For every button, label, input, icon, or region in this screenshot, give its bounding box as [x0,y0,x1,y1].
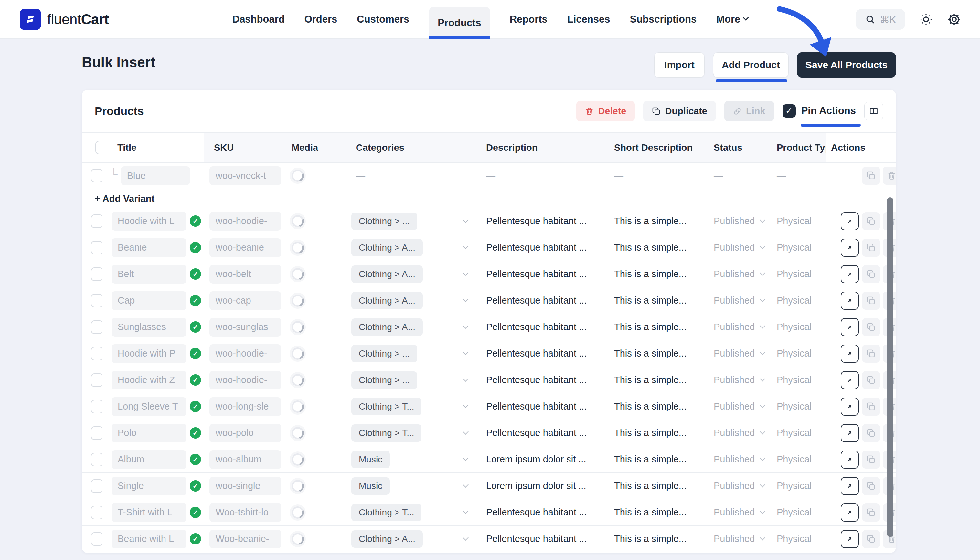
cell-short-description[interactable]: This is a simple... [604,473,704,499]
theme-toggle-button[interactable] [919,13,933,26]
cell-short-description[interactable]: This is a simple... [604,208,704,235]
category-tag[interactable]: Clothing > ... [351,372,417,389]
sku-input[interactable]: woo-album [209,450,281,469]
cell-short-description[interactable]: This is a simple... [604,314,704,340]
cell-short-description[interactable]: This is a simple... [604,446,704,473]
row-checkbox[interactable] [91,241,102,255]
nav-item-products[interactable]: Products [429,7,490,39]
cell-status[interactable]: Published [704,446,767,473]
duplicate-row-button[interactable] [862,167,880,185]
cell-description[interactable]: — [477,163,604,189]
nav-item-orders[interactable]: Orders [304,0,338,39]
sku-input[interactable]: woo-long-sle [209,397,281,416]
search-button[interactable]: ⌘K [856,9,905,30]
open-product-button[interactable] [841,450,859,468]
category-tag[interactable]: Clothing > A... [351,318,423,336]
cell-short-description[interactable]: This is a simple... [604,340,704,367]
open-product-button[interactable] [841,239,859,257]
link-button-disabled[interactable]: Link [724,101,774,122]
title-input[interactable]: Long Sleeve T [112,397,187,416]
sku-input[interactable]: woo-single [209,477,281,495]
open-product-button[interactable] [841,424,859,442]
cell-status[interactable]: Published [704,526,767,552]
category-tag[interactable]: Clothing > ... [351,213,417,230]
sku-input[interactable]: woo-hoodie- [209,371,281,390]
row-checkbox[interactable] [91,479,102,493]
sku-input[interactable]: woo-sunglas [209,318,281,337]
sku-input[interactable]: woo-belt [209,265,281,283]
cell-categories[interactable]: Clothing > A... [346,526,477,552]
row-checkbox[interactable] [91,426,102,440]
cell-status[interactable]: Published [704,314,767,340]
duplicate-row-button[interactable] [862,503,880,522]
row-checkbox[interactable] [91,400,102,413]
title-input[interactable]: Single [112,477,187,495]
row-checkbox[interactable] [91,320,102,334]
cell-description[interactable]: Pellentesque habitant ... [477,314,604,340]
row-checkbox[interactable] [91,267,102,281]
open-product-button[interactable] [841,265,859,283]
open-product-button[interactable] [841,212,859,230]
cell-status[interactable]: Published [704,261,767,287]
cell-description[interactable]: Pellentesque habitant ... [477,367,604,393]
cell-status[interactable]: Published [704,499,767,526]
add-product-button[interactable]: Add Product [713,52,789,78]
row-checkbox[interactable] [91,532,102,546]
category-tag[interactable]: Clothing > A... [351,265,423,283]
title-input[interactable]: Belt [112,265,187,283]
open-product-button[interactable] [841,292,859,310]
cell-status[interactable]: Published [704,340,767,367]
category-tag[interactable]: Clothing > T... [351,398,421,415]
title-input[interactable]: Cap [112,291,187,310]
open-product-button[interactable] [841,371,859,389]
open-product-button[interactable] [841,477,859,495]
sku-input[interactable]: Woo-tshirt-lo [209,503,281,522]
category-tag[interactable]: Clothing > T... [351,504,421,521]
cell-categories[interactable]: Clothing > A... [346,261,477,287]
nav-item-subscriptions[interactable]: Subscriptions [630,0,697,39]
sku-input[interactable]: woo-hoodie- [209,212,281,231]
cell-status[interactable]: Published [704,367,767,393]
cell-status[interactable]: — [704,163,767,189]
cell-short-description[interactable]: This is a simple... [604,367,704,393]
cell-categories[interactable]: Clothing > T... [346,420,477,446]
cell-categories[interactable]: Clothing > ... [346,340,477,367]
open-product-button[interactable] [841,503,859,522]
cell-description[interactable]: Pellentesque habitant ... [477,393,604,420]
category-tag[interactable]: Clothing > A... [351,530,423,548]
sku-input[interactable]: woo-cap [209,291,281,310]
duplicate-row-button[interactable] [862,239,880,257]
nav-item-more[interactable]: More [716,0,748,39]
open-product-button[interactable] [841,398,859,416]
cell-short-description[interactable]: This is a simple... [604,393,704,420]
title-input[interactable]: Beanie with L [112,530,187,548]
cell-description[interactable]: Pellentesque habitant ... [477,235,604,261]
title-input[interactable]: T-Shirt with L [112,503,187,522]
category-tag[interactable]: Clothing > ... [351,345,417,362]
title-input[interactable]: Album [112,450,187,469]
cell-short-description[interactable]: This is a simple... [604,420,704,446]
open-product-button[interactable] [841,345,859,363]
row-checkbox[interactable] [91,347,102,360]
nav-item-licenses[interactable]: Licenses [567,0,610,39]
sku-input[interactable]: Woo-beanie- [209,530,281,548]
delete-button[interactable]: Delete [576,101,635,122]
sku-input[interactable]: woo-beanie [209,238,281,257]
cell-status[interactable]: Published [704,420,767,446]
cell-description[interactable]: Pellentesque habitant ... [477,287,604,314]
import-button[interactable]: Import [654,52,705,78]
settings-button[interactable] [947,12,961,27]
cell-categories[interactable]: Clothing > A... [346,314,477,340]
title-input[interactable]: Hoodie with P [112,344,187,363]
category-tag[interactable]: Music [351,477,390,495]
category-tag[interactable]: Clothing > A... [351,239,423,257]
open-product-button[interactable] [841,318,859,336]
open-product-button[interactable] [841,530,859,548]
cell-status[interactable]: Published [704,208,767,235]
cell-categories[interactable]: Clothing > A... [346,235,477,261]
title-input[interactable]: Sunglasses [112,318,187,337]
docs-button[interactable] [864,102,883,120]
cell-categories[interactable]: Music [346,473,477,499]
cell-categories[interactable]: Clothing > A... [346,287,477,314]
title-input[interactable]: Hoodie with L [112,212,187,231]
